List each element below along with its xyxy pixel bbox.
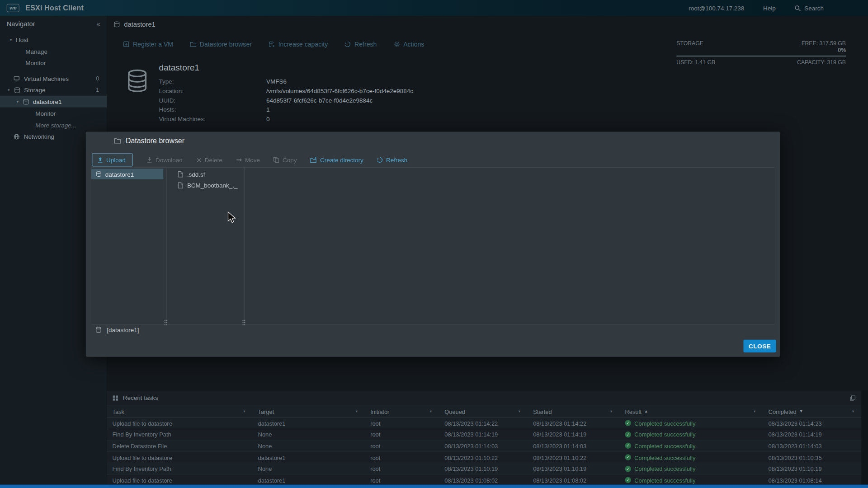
location-value: /vmfs/volumes/64d853f7-6fcf626c-b7ce-f0d… bbox=[266, 87, 413, 94]
resize-grip-icon[interactable] bbox=[242, 320, 243, 321]
expand-panel-icon[interactable] bbox=[850, 395, 856, 401]
dialog-title: Datastore browser bbox=[114, 136, 184, 145]
chevron-down-icon[interactable]: ▾ bbox=[519, 409, 520, 414]
datastore-name: datastore1 bbox=[159, 62, 413, 72]
file-item-sdd-sf[interactable]: .sdd.sf bbox=[172, 169, 205, 179]
col-completed[interactable]: Completed ▼ ▾ bbox=[763, 406, 861, 418]
close-button[interactable]: CLOSE bbox=[743, 340, 776, 352]
started-cell: 08/13/2023 01:10:19 bbox=[528, 463, 619, 474]
current-path: [datastore1] bbox=[107, 326, 139, 333]
chevron-down-icon[interactable]: ▾ bbox=[8, 88, 9, 92]
chevron-down-icon[interactable]: ▾ bbox=[852, 409, 854, 414]
chevron-down-icon[interactable]: ▾ bbox=[17, 99, 19, 104]
move-icon bbox=[236, 157, 242, 164]
chevron-down-icon[interactable]: ▾ bbox=[243, 409, 245, 414]
target-cell: datastore1 bbox=[252, 452, 365, 463]
column-label: Target bbox=[258, 408, 274, 415]
copy-button[interactable]: Copy bbox=[273, 157, 297, 164]
refresh-button[interactable]: Refresh bbox=[344, 41, 377, 48]
column-label: Completed bbox=[769, 408, 797, 415]
datastore-browser-button[interactable]: Datastore browser bbox=[190, 41, 252, 48]
chevron-down-icon[interactable]: ▾ bbox=[430, 409, 432, 414]
increase-capacity-button[interactable]: Increase capacity bbox=[269, 41, 328, 48]
gear-icon bbox=[393, 41, 400, 48]
user-menu[interactable]: root@100.74.17.238 bbox=[689, 5, 744, 11]
sidebar-item-host[interactable]: ▾ Host bbox=[0, 34, 107, 46]
upload-button[interactable]: Upload bbox=[92, 153, 132, 166]
move-button[interactable]: Move bbox=[236, 157, 260, 164]
started-cell: 08/13/2023 01:14:22 bbox=[528, 418, 619, 428]
table-row[interactable]: Find By Inventory Path None root 08/13/2… bbox=[107, 463, 861, 474]
download-button[interactable]: Download bbox=[146, 157, 183, 164]
col-target[interactable]: Target ▾ bbox=[252, 406, 365, 418]
col-initiator[interactable]: Initiator ▾ bbox=[365, 406, 439, 418]
delete-button[interactable]: Delete bbox=[196, 157, 222, 164]
datastore-icon bbox=[96, 171, 102, 177]
col-queued[interactable]: Queued ▾ bbox=[439, 406, 528, 418]
datastore-browser-dialog: Datastore browser Upload Download Delete bbox=[86, 131, 780, 357]
task-cell: Find By Inventory Path bbox=[107, 429, 252, 440]
vms-label: Virtual Machines: bbox=[159, 116, 266, 122]
initiator-cell: root bbox=[365, 452, 439, 463]
queued-cell: 08/13/2023 01:10:19 bbox=[439, 463, 528, 474]
resize-grip-icon[interactable] bbox=[165, 320, 165, 321]
col-started[interactable]: Started ▾ bbox=[528, 406, 619, 418]
column-resizer[interactable] bbox=[166, 168, 166, 324]
chevron-down-icon[interactable]: ▾ bbox=[754, 409, 755, 414]
column-label: Task bbox=[113, 408, 124, 415]
completed-cell: 08/13/2023 01:10:19 bbox=[763, 463, 861, 474]
register-vm-button[interactable]: Register a VM bbox=[123, 41, 173, 48]
file-icon bbox=[178, 182, 183, 188]
sidebar-item-label: Monitor bbox=[35, 110, 56, 117]
vmware-logo[interactable]: vm bbox=[7, 4, 19, 12]
tasks-table-header: Task ▾ Target ▾ Initiator ▾ Queued ▾ Sta… bbox=[107, 406, 861, 418]
dialog-status-bar: [datastore1] bbox=[95, 326, 139, 333]
actions-button[interactable]: Actions bbox=[393, 41, 424, 48]
success-icon: ✓ bbox=[625, 477, 631, 483]
tree-item-label: datastore1 bbox=[105, 171, 134, 178]
search-control[interactable]: Search bbox=[794, 5, 824, 11]
chevron-down-icon[interactable]: ▾ bbox=[610, 409, 612, 414]
sidebar-item-datastore1[interactable]: ▾ datastore1 bbox=[0, 96, 107, 108]
table-row[interactable]: Upload file to datastore datastore1 root… bbox=[107, 474, 861, 484]
col-task[interactable]: Task ▾ bbox=[107, 406, 252, 418]
sidebar-item-virtual-machines[interactable]: Virtual Machines 0 bbox=[0, 72, 107, 84]
storage-title: STORAGE bbox=[676, 40, 703, 47]
file-item-bcm-bootbank[interactable]: BCM_bootbank_._ bbox=[172, 180, 238, 190]
dialog-title-label: Datastore browser bbox=[126, 136, 184, 145]
button-label: Datastore browser bbox=[200, 41, 252, 48]
storage-count-badge: 1 bbox=[96, 87, 99, 93]
col-result[interactable]: Result ▲ ▾ bbox=[619, 406, 763, 418]
table-row[interactable]: Upload file to datastore datastore1 root… bbox=[107, 451, 861, 463]
sidebar-item-label: Host bbox=[16, 36, 28, 43]
target-cell: datastore1 bbox=[252, 475, 365, 485]
sidebar-item-storage[interactable]: ▾ Storage 1 bbox=[0, 84, 107, 96]
table-row[interactable]: Delete Datastore File None root 08/13/20… bbox=[107, 440, 861, 451]
dialog-refresh-button[interactable]: Refresh bbox=[377, 157, 407, 164]
table-row[interactable]: Find By Inventory Path None root 08/13/2… bbox=[107, 428, 861, 440]
queued-cell: 08/13/2023 01:14:03 bbox=[439, 441, 528, 451]
collapse-sidebar-icon[interactable]: « bbox=[96, 20, 100, 28]
result-cell: ✓Completed successfully bbox=[619, 463, 763, 474]
table-row[interactable]: Upload file to datastore datastore1 root… bbox=[107, 418, 861, 428]
column-label: Started bbox=[533, 408, 552, 415]
column-resizer[interactable] bbox=[244, 168, 245, 324]
sidebar-item-more-storage[interactable]: More storage... bbox=[0, 119, 107, 131]
result-label: Completed successfully bbox=[634, 465, 695, 472]
column-label: Result bbox=[625, 408, 641, 415]
success-icon: ✓ bbox=[625, 466, 631, 472]
vms-value: 0 bbox=[266, 116, 413, 122]
file-browser: datastore1 .sdd.sf BCM_bootbank_._ bbox=[91, 167, 774, 325]
help-menu[interactable]: Help bbox=[763, 5, 776, 11]
button-label: Delete bbox=[205, 157, 222, 164]
create-directory-button[interactable]: Create directory bbox=[310, 157, 363, 164]
sidebar-item-host-monitor[interactable]: Monitor bbox=[0, 57, 107, 69]
chevron-down-icon[interactable]: ▾ bbox=[10, 38, 12, 42]
sidebar-item-host-manage[interactable]: Manage bbox=[0, 45, 107, 57]
tree-item-datastore1-selected[interactable]: datastore1 bbox=[91, 169, 163, 179]
sidebar-item-datastore1-monitor[interactable]: Monitor bbox=[0, 108, 107, 119]
chevron-down-icon[interactable]: ▾ bbox=[356, 409, 358, 414]
increase-capacity-icon bbox=[269, 41, 275, 48]
task-cell: Delete Datastore File bbox=[107, 441, 252, 451]
create-directory-icon bbox=[310, 157, 317, 164]
